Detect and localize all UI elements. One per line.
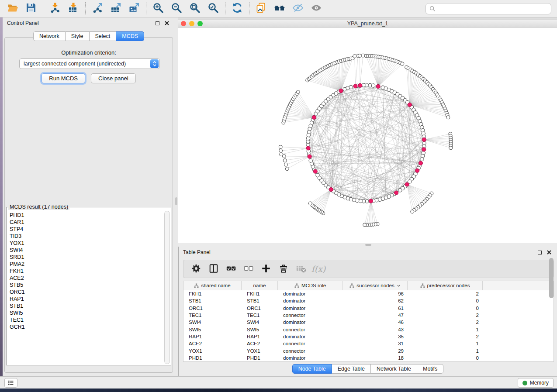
table-row[interactable]: SWI4SWI4dominator462: [183, 319, 554, 326]
mcds-result-item[interactable]: PMA2: [10, 261, 164, 268]
first-neighbors-button[interactable]: [272, 2, 287, 16]
save-button[interactable]: [23, 2, 39, 16]
table-float-panel-button[interactable]: [536, 249, 543, 256]
tab-mcds[interactable]: MCDS: [116, 31, 144, 41]
tab-select[interactable]: Select: [90, 31, 117, 41]
mcds-result-item[interactable]: CAR1: [10, 219, 164, 226]
cell-MCDS-role: dominator: [278, 355, 343, 361]
save-icon: [25, 2, 37, 15]
import-network-button[interactable]: [47, 2, 63, 16]
window-close-button[interactable]: [181, 21, 186, 26]
cell-MCDS-role: dominator: [278, 320, 343, 325]
cell-successor-nodes: 46: [343, 320, 408, 325]
mcds-result-item[interactable]: ACE2: [10, 275, 164, 282]
zoom-in-button[interactable]: [150, 2, 166, 16]
window-zoom-button[interactable]: [197, 21, 203, 26]
mcds-result-item[interactable]: STB1: [10, 303, 164, 309]
export-table-button[interactable]: [108, 2, 124, 16]
zoom-selected-button[interactable]: [205, 2, 221, 16]
delete-column-button[interactable]: [276, 262, 291, 276]
import-table-button[interactable]: [66, 2, 81, 16]
network-titlebar: YPA_prune.txt_1: [178, 20, 557, 28]
memory-button[interactable]: Memory: [518, 378, 554, 388]
mcds-result-item[interactable]: TID3: [10, 233, 164, 240]
gear-button[interactable]: [189, 262, 204, 276]
zoom-out-button[interactable]: [169, 2, 184, 16]
network-canvas[interactable]: [178, 28, 557, 243]
export-network-icon: [92, 2, 103, 15]
table-row[interactable]: SWI5SWI5connector431: [183, 326, 554, 333]
toolbar-separator: [43, 2, 43, 15]
tab-style[interactable]: Style: [66, 31, 90, 41]
cell-shared-name: YOX1: [183, 348, 242, 354]
search-input[interactable]: [438, 4, 547, 13]
split-panel-button[interactable]: [206, 262, 221, 276]
mcds-result-item[interactable]: TEC1: [10, 316, 164, 323]
close-mcds-panel-button[interactable]: Close panel: [91, 73, 136, 83]
table-row[interactable]: ACE2ACE2connector311: [183, 340, 554, 347]
show-all-button[interactable]: [308, 2, 324, 16]
mcds-result-item[interactable]: STB5: [10, 282, 164, 289]
mcds-hub-node: [419, 161, 422, 165]
tab-node-table[interactable]: Node Table: [292, 364, 332, 374]
float-panel-button[interactable]: [154, 20, 161, 27]
column-header-predecessor-nodes[interactable]: predecessor nodes: [408, 281, 483, 290]
mcds-result-item[interactable]: RAP1: [10, 296, 164, 303]
run-mcds-button[interactable]: Run MCDS: [42, 73, 85, 83]
table-row[interactable]: STB1STB1dominator620: [183, 297, 554, 304]
mcds-result-item[interactable]: ORC1: [10, 289, 164, 296]
table-row[interactable]: RAP1RAP1dominator352: [183, 333, 554, 340]
window-minimize-button[interactable]: [189, 21, 194, 26]
open-folder-button[interactable]: [5, 2, 21, 16]
cell-MCDS-role: dominator: [278, 291, 343, 296]
main-toolbar: [0, 0, 557, 17]
table-scrollbar-thumb[interactable]: [549, 258, 554, 298]
mcds-result-item[interactable]: PHD1: [10, 212, 164, 219]
mcds-result-item[interactable]: SWI4: [10, 247, 164, 254]
horizontal-splitter[interactable]: [178, 243, 557, 247]
vertical-splitter[interactable]: [175, 17, 178, 376]
search-box[interactable]: [426, 3, 551, 14]
tab-network[interactable]: Network: [33, 31, 66, 41]
tab-edge-table[interactable]: Edge Table: [332, 364, 371, 374]
column-header-MCDS-role[interactable]: MCDS role: [278, 281, 343, 290]
duplicate-network-button[interactable]: [253, 2, 269, 16]
export-image-button[interactable]: [126, 2, 142, 16]
table-row[interactable]: PHD1PHD1dominator180: [183, 354, 554, 361]
table-scrollbar[interactable]: [549, 258, 554, 374]
zoom-fit-button[interactable]: [187, 2, 203, 16]
tab-network-table[interactable]: Network Table: [371, 364, 417, 374]
zoom-fit-icon: [189, 2, 201, 15]
network-title: YPA_prune.txt_1: [178, 21, 557, 27]
table-row[interactable]: FKH1FKH1dominator962: [183, 290, 554, 297]
task-history-button[interactable]: [4, 378, 17, 388]
dropdown-stepper-icon: [150, 59, 159, 68]
tab-motifs[interactable]: Motifs: [417, 364, 443, 374]
refresh-button[interactable]: [229, 2, 245, 16]
table-row[interactable]: YOX1YOX1connector291: [183, 347, 554, 354]
column-header-successor-nodes[interactable]: successor nodes: [343, 281, 408, 290]
close-panel-button[interactable]: [163, 20, 170, 27]
table-close-panel-button[interactable]: [546, 249, 553, 256]
mcds-result-item[interactable]: YOX1: [10, 240, 164, 247]
mcds-result-item[interactable]: STP4: [10, 226, 164, 233]
export-network-button[interactable]: [90, 2, 105, 16]
criterion-dropdown[interactable]: largest connected component (undirected): [19, 58, 160, 69]
table-row[interactable]: ORC1ORC1dominator610: [183, 305, 554, 312]
mcds-hub-node: [312, 115, 316, 119]
mcds-result-item[interactable]: FKH1: [10, 268, 164, 275]
mcds-result-list: PHD1CAR1STP4TID3YOX1SWI4SRD1PMA2FKH1ACE2…: [7, 211, 164, 364]
mcds-result-item[interactable]: GCR1: [10, 323, 164, 330]
column-header-shared-name[interactable]: shared name: [183, 281, 242, 290]
add-column-button[interactable]: [259, 262, 273, 276]
cell-name: SWI4: [242, 320, 278, 325]
mcds-list-scrollbar[interactable]: [164, 211, 170, 364]
table-row[interactable]: TEC1TEC1connector472: [183, 312, 554, 319]
mcds-result-item[interactable]: SWI5: [10, 309, 164, 316]
mcds-result-item[interactable]: SRD1: [10, 254, 164, 261]
column-header-name[interactable]: name: [242, 281, 278, 290]
select-all-button[interactable]: [224, 262, 239, 276]
hide-selected-button[interactable]: [290, 2, 306, 16]
deselect-all-icon: [243, 263, 254, 275]
deselect-all-button[interactable]: [241, 262, 256, 276]
